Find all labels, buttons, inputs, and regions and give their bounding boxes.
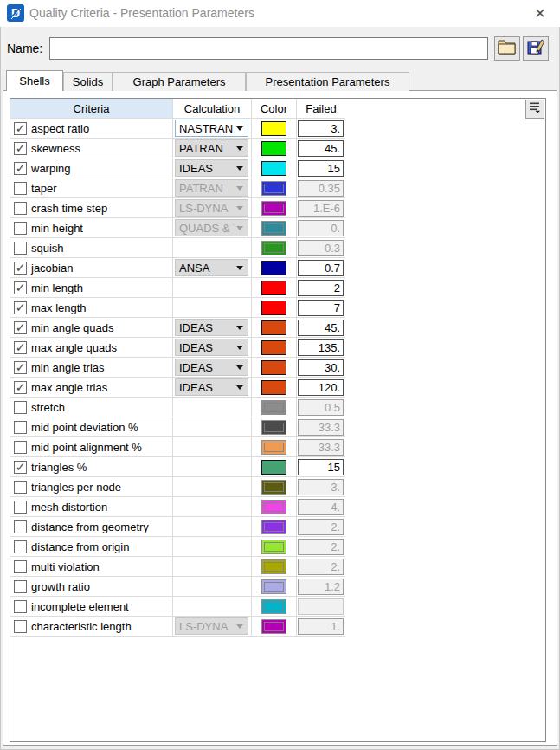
save-button[interactable] xyxy=(523,36,549,61)
failed-value-input[interactable]: 15 xyxy=(298,459,344,475)
failed-value-input[interactable]: 3. xyxy=(298,120,344,137)
tab-solids[interactable]: Solids xyxy=(63,72,113,91)
row-checkbox[interactable]: ✓ xyxy=(14,301,27,314)
color-swatch[interactable] xyxy=(261,281,286,295)
color-swatch[interactable] xyxy=(261,201,286,216)
failed-value-input[interactable]: 30. xyxy=(298,359,344,376)
failed-value-input[interactable]: 0.7 xyxy=(298,260,344,276)
color-swatch[interactable] xyxy=(261,480,286,495)
failed-value-input[interactable]: 135. xyxy=(298,339,344,356)
calculation-cell: IDEAS xyxy=(173,158,252,178)
row-checkbox[interactable]: ✓ xyxy=(14,321,27,334)
color-swatch[interactable] xyxy=(261,520,286,534)
failed-value-input[interactable]: 7 xyxy=(298,300,344,316)
calculation-cell: IDEAS xyxy=(173,378,252,397)
calculation-dropdown[interactable]: IDEAS xyxy=(175,319,248,336)
color-swatch[interactable] xyxy=(261,579,286,594)
calculation-dropdown: LS-DYNA xyxy=(175,199,248,217)
criteria-label: triangles % xyxy=(28,457,173,476)
tab-presentation-parameters[interactable]: Presentation Parameters xyxy=(246,72,409,91)
calculation-dropdown[interactable]: PATRAN xyxy=(175,139,248,157)
table-row: squish0.3 xyxy=(10,238,345,258)
color-cell xyxy=(252,198,297,217)
row-checkbox[interactable]: ✓ xyxy=(14,262,27,275)
color-swatch[interactable] xyxy=(261,420,286,435)
color-swatch[interactable] xyxy=(261,619,286,634)
row-checkbox[interactable] xyxy=(14,481,27,494)
row-checkbox[interactable] xyxy=(14,421,27,434)
table-row: ✓min angle quadsIDEAS45. xyxy=(10,318,345,338)
calculation-dropdown[interactable]: NASTRAN xyxy=(175,120,248,137)
color-swatch[interactable] xyxy=(261,400,286,415)
color-swatch[interactable] xyxy=(261,301,286,315)
row-checkbox[interactable]: ✓ xyxy=(14,461,27,474)
row-checkbox[interactable] xyxy=(14,441,27,454)
color-swatch[interactable] xyxy=(261,559,286,574)
calculation-cell xyxy=(173,238,252,257)
row-checkbox[interactable]: ✓ xyxy=(14,162,27,175)
row-checkbox[interactable]: ✓ xyxy=(14,142,27,155)
table-options-button[interactable] xyxy=(525,100,544,119)
color-swatch[interactable] xyxy=(261,241,286,255)
color-swatch[interactable] xyxy=(261,221,286,236)
color-swatch[interactable] xyxy=(261,320,286,335)
row-checkbox[interactable] xyxy=(14,580,27,593)
color-swatch[interactable] xyxy=(261,599,286,614)
name-input[interactable] xyxy=(49,37,488,60)
tab-shells[interactable]: Shells xyxy=(6,70,63,91)
color-swatch[interactable] xyxy=(261,261,286,275)
row-checkbox[interactable]: ✓ xyxy=(14,381,27,394)
color-swatch[interactable] xyxy=(261,340,286,355)
checkbox-cell: ✓ xyxy=(10,457,28,476)
row-checkbox[interactable] xyxy=(14,540,27,553)
calculation-cell xyxy=(173,557,252,576)
calculation-dropdown[interactable]: IDEAS xyxy=(175,378,248,396)
row-checkbox[interactable] xyxy=(14,202,27,215)
color-swatch[interactable] xyxy=(261,460,286,475)
tab-graph-parameters[interactable]: Graph Parameters xyxy=(113,72,246,91)
failed-cell: 45. xyxy=(297,318,345,337)
row-checkbox[interactable] xyxy=(14,182,27,195)
row-checkbox[interactable]: ✓ xyxy=(14,361,27,374)
failed-value-input[interactable]: 2 xyxy=(298,280,344,296)
calculation-dropdown[interactable]: ANSA xyxy=(175,259,248,276)
row-checkbox[interactable] xyxy=(14,222,27,235)
calculation-dropdown[interactable]: IDEAS xyxy=(175,359,248,376)
criteria-label: incomplete element xyxy=(28,597,173,616)
table-row: multi violation2. xyxy=(10,557,345,577)
titlebar: D Quality Criteria - Presentation Parame… xyxy=(0,0,560,27)
row-checkbox[interactable] xyxy=(14,501,27,514)
calculation-dropdown[interactable]: IDEAS xyxy=(175,159,248,177)
failed-cell: 15 xyxy=(297,457,345,476)
checkbox-cell: ✓ xyxy=(10,298,28,317)
row-checkbox[interactable] xyxy=(14,401,27,414)
row-checkbox[interactable] xyxy=(14,520,27,533)
row-checkbox[interactable]: ✓ xyxy=(14,122,27,135)
color-swatch[interactable] xyxy=(261,161,286,176)
color-swatch[interactable] xyxy=(261,500,286,514)
failed-value-input[interactable]: 45. xyxy=(298,320,344,336)
color-swatch[interactable] xyxy=(261,181,286,196)
failed-value-input[interactable]: 45. xyxy=(298,140,344,157)
checkbox-cell xyxy=(10,517,28,536)
open-folder-button[interactable] xyxy=(494,36,520,61)
color-swatch[interactable] xyxy=(261,360,286,375)
row-checkbox[interactable] xyxy=(14,600,27,613)
table-row: ✓aspect ratioNASTRAN3. xyxy=(10,119,345,139)
row-checkbox[interactable] xyxy=(14,242,27,255)
calculation-dropdown[interactable]: IDEAS xyxy=(175,339,248,356)
color-swatch[interactable] xyxy=(261,141,286,156)
color-swatch[interactable] xyxy=(261,540,286,554)
color-swatch[interactable] xyxy=(261,380,286,395)
row-checkbox[interactable] xyxy=(14,620,27,633)
row-checkbox[interactable]: ✓ xyxy=(14,341,27,354)
color-swatch[interactable] xyxy=(261,440,286,455)
failed-value-input[interactable]: 15 xyxy=(298,160,344,177)
failed-value-input[interactable]: 120. xyxy=(298,379,344,396)
row-checkbox[interactable] xyxy=(14,560,27,573)
calculation-cell xyxy=(173,398,252,417)
close-icon[interactable]: ✕ xyxy=(531,4,550,23)
criteria-rows: ✓aspect ratioNASTRAN3.✓skewnessPATRAN45.… xyxy=(10,119,345,637)
row-checkbox[interactable]: ✓ xyxy=(14,281,27,294)
color-swatch[interactable] xyxy=(261,121,286,136)
